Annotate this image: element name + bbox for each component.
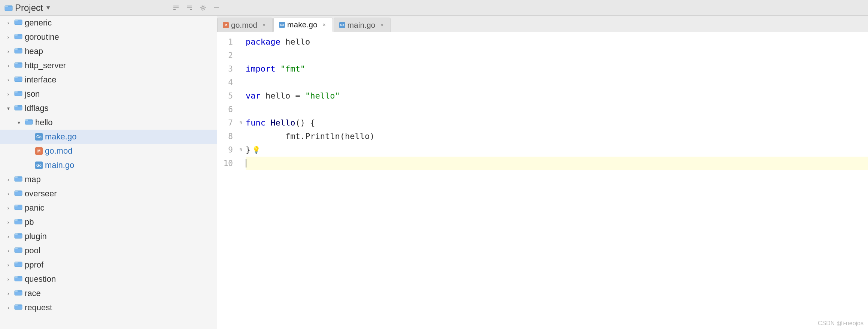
go-tab-icon: Go <box>279 22 285 28</box>
tree-item-json[interactable]: ›json <box>0 87 217 101</box>
svg-rect-39 <box>15 262 18 263</box>
tree-item-request[interactable]: ›request <box>0 301 217 315</box>
tree-item-question[interactable]: ›question <box>0 272 217 286</box>
svg-rect-13 <box>15 34 18 36</box>
svg-rect-1 <box>5 6 8 7</box>
svg-rect-35 <box>15 233 18 235</box>
tab-close-btn[interactable]: × <box>379 22 385 28</box>
code-line: ⊟func Hello() { <box>246 116 868 130</box>
chevron-icon: › <box>4 76 12 84</box>
tab-close-btn[interactable]: × <box>321 22 327 28</box>
tree-item-label: request <box>25 303 52 313</box>
tree-item-label: race <box>25 289 41 298</box>
fold-btn[interactable]: ⊟ <box>240 116 242 130</box>
tree-item-make.go[interactable]: Gomake.go <box>0 130 217 144</box>
code-line: ⊟}💡 <box>246 143 868 157</box>
tree-item-interface[interactable]: ›interface <box>0 73 217 87</box>
tab-label: go.mod <box>231 21 257 30</box>
tree-item-map[interactable]: ›map <box>0 172 217 187</box>
code-line: package hello <box>246 35 868 49</box>
folder-icon <box>14 46 22 57</box>
chevron-icon: › <box>4 62 12 69</box>
svg-rect-37 <box>15 248 18 249</box>
tab-go.mod[interactable]: Mgo.mod× <box>217 18 273 32</box>
chevron-icon: › <box>4 261 12 269</box>
svg-rect-45 <box>15 305 18 306</box>
line-number: 6 <box>217 103 236 116</box>
code-line <box>246 103 868 116</box>
tab-label: main.go <box>347 21 376 30</box>
tab-make.go[interactable]: Gomake.go× <box>273 18 333 32</box>
chevron-icon <box>25 147 33 155</box>
tree-item-go.mod[interactable]: Mgo.mod <box>0 144 217 158</box>
code-line <box>246 157 868 170</box>
tree-item-pool[interactable]: ›pool <box>0 244 217 258</box>
editor-area: Mgo.mod×Gomake.go×Gomain.go× 12345678910… <box>217 16 868 329</box>
code-area[interactable]: package helloimport "fmt"var hello = "he… <box>240 32 868 329</box>
svg-rect-33 <box>15 219 18 221</box>
folder-icon <box>14 75 22 85</box>
tree-item-label: make.go <box>45 132 76 142</box>
code-line <box>246 49 868 62</box>
folder-icon <box>14 32 22 42</box>
line-number: 2 <box>217 49 236 62</box>
folder-icon <box>14 60 22 71</box>
svg-rect-17 <box>15 63 18 64</box>
folder-icon <box>14 302 22 313</box>
settings-btn[interactable] <box>198 3 208 13</box>
tab-close-btn[interactable]: × <box>261 22 267 28</box>
tree-item-main.go[interactable]: Gomain.go <box>0 158 217 172</box>
tree-item-panic[interactable]: ›panic <box>0 201 217 215</box>
tree-item-label: go.mod <box>45 146 72 156</box>
tree-item-plugin[interactable]: ›plugin <box>0 229 217 244</box>
tree-item-pb[interactable]: ›pb <box>0 215 217 229</box>
tree-item-label: panic <box>25 203 45 213</box>
mod-tab-icon: M <box>223 22 229 28</box>
line-number: 4 <box>217 76 236 89</box>
tree-item-label: pool <box>25 246 40 256</box>
code-line: var hello = "hello" <box>246 89 868 103</box>
tabs-bar: Mgo.mod×Gomake.go×Gomain.go× <box>217 16 868 32</box>
fold-close-btn[interactable]: ⊟ <box>240 143 242 157</box>
tree-item-label: question <box>25 274 56 284</box>
project-title[interactable]: Project <box>15 3 43 13</box>
svg-rect-41 <box>15 276 18 278</box>
folder-icon <box>14 203 22 213</box>
tree-item-heap[interactable]: ›heap <box>0 44 217 58</box>
folder-icon <box>14 288 22 299</box>
line-number: 9 <box>217 143 236 157</box>
indent-space <box>246 130 265 143</box>
code-line: fmt.Println(hello) <box>246 130 868 143</box>
toolbar-actions <box>171 3 222 13</box>
expand-all-btn[interactable] <box>184 3 195 13</box>
project-dropdown-icon[interactable]: ▼ <box>45 4 51 11</box>
tab-main.go[interactable]: Gomain.go× <box>334 18 391 32</box>
minimize-btn[interactable] <box>211 3 222 13</box>
folder-icon <box>25 117 33 128</box>
svg-rect-31 <box>15 205 18 206</box>
tree-item-generic[interactable]: ›generic <box>0 16 217 30</box>
go-file-icon: Go <box>35 162 43 169</box>
tree-item-label: plugin <box>25 232 47 241</box>
tree-item-label: pb <box>25 217 34 227</box>
tree-item-overseer[interactable]: ›overseer <box>0 187 217 201</box>
tree-item-race[interactable]: ›race <box>0 286 217 301</box>
tree-item-label: ldflags <box>25 103 49 113</box>
tree-item-label: main.go <box>45 160 74 170</box>
token-normal <box>275 62 280 76</box>
chevron-icon: ▾ <box>15 119 22 126</box>
tree-item-label: map <box>25 175 41 184</box>
tree-item-pprof[interactable]: ›pprof <box>0 258 217 272</box>
tree-item-hello[interactable]: ▾hello <box>0 115 217 130</box>
editor-content: 12345678910 package helloimport "fmt"var… <box>217 32 868 329</box>
tree-item-ldflags[interactable]: ▾ldflags <box>0 101 217 115</box>
collapse-all-btn[interactable] <box>171 3 181 13</box>
folder-icon <box>14 260 22 270</box>
tree-item-label: goroutine <box>25 32 59 42</box>
token-kw: import <box>246 62 275 76</box>
svg-rect-29 <box>15 191 18 192</box>
tree-item-goroutine[interactable]: ›goroutine <box>0 30 217 44</box>
tree-item-http_server[interactable]: ›http_server <box>0 58 217 73</box>
token-str: "hello" <box>305 89 340 103</box>
lightbulb-icon[interactable]: 💡 <box>252 143 260 157</box>
